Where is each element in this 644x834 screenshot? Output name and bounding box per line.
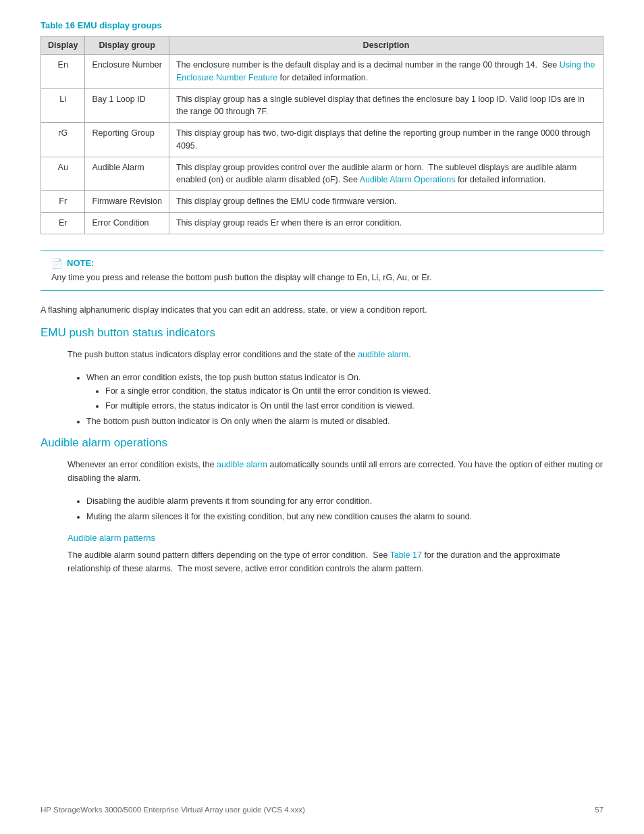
cell-desc-fr: This display group defines the EMU code … xyxy=(169,191,603,213)
cell-display-rg: rG xyxy=(41,123,85,157)
cell-group-rg: Reporting Group xyxy=(85,123,169,157)
note-text: Any time you press and release the botto… xyxy=(51,271,593,284)
list-item: The bottom push button indicator is On o… xyxy=(86,415,603,428)
cell-group-er: Error Condition xyxy=(85,212,169,234)
cell-display-li: Li xyxy=(41,88,85,123)
audible-patterns-subsection: Audible alarm patterns The audible alarm… xyxy=(68,533,603,575)
emu-display-groups-table: Display Display group Description En Enc… xyxy=(41,36,603,234)
cell-group-au: Audible Alarm xyxy=(85,157,169,191)
audible-bullet-list: Disabling the audible alarm prevents it … xyxy=(86,494,603,523)
table-section: Table 16 EMU display groups Display Disp… xyxy=(41,20,603,234)
cell-desc-li: This display group has a single sublevel… xyxy=(169,88,603,123)
list-item: Disabling the audible alarm prevents it … xyxy=(86,494,603,508)
paragraph-flashing-display: A flashing alphanumeric display indicate… xyxy=(41,303,603,317)
table-row: Er Error Condition This display group re… xyxy=(41,212,603,234)
col-header-display-group: Display group xyxy=(85,36,169,55)
table-row: Li Bay 1 Loop ID This display group has … xyxy=(41,88,603,123)
col-header-display: Display xyxy=(41,36,85,55)
table-row: Au Audible Alarm This display group prov… xyxy=(41,157,603,191)
audible-intro-paragraph: Whenever an error condition exists, the … xyxy=(68,458,603,485)
cell-group-fr: Firmware Revision xyxy=(85,191,169,213)
emu-intro-paragraph: The push button status indicators displa… xyxy=(68,348,603,361)
cell-display-er: Er xyxy=(41,212,85,234)
table-row: rG Reporting Group This display group ha… xyxy=(41,123,603,157)
footer-left: HP StorageWorks 3000/5000 Enterprise Vir… xyxy=(41,806,305,814)
emu-bullet-list: When an error condition exists, the top … xyxy=(86,371,603,428)
list-item: When an error condition exists, the top … xyxy=(86,371,603,413)
link-audible-alarm-emu[interactable]: audible alarm xyxy=(358,350,408,359)
cell-display-au: Au xyxy=(41,157,85,191)
cell-group-en: Enclosure Number xyxy=(85,55,169,89)
audible-section-heading: Audible alarm operations xyxy=(41,436,603,450)
audible-alarm-section: Audible alarm operations Whenever an err… xyxy=(41,436,603,575)
cell-desc-au: This display group provides control over… xyxy=(169,157,603,191)
link-audible-alarm-operations-table[interactable]: Audible Alarm Operations xyxy=(360,175,456,184)
note-label: 📄 NOTE: xyxy=(51,258,593,269)
link-audible-alarm-body[interactable]: audible alarm xyxy=(217,460,267,469)
note-label-text: NOTE: xyxy=(67,258,94,268)
note-box: 📄 NOTE: Any time you press and release t… xyxy=(41,251,603,292)
audible-patterns-heading: Audible alarm patterns xyxy=(68,533,603,543)
emu-intro-end: . xyxy=(408,350,410,359)
cell-group-li: Bay 1 Loop ID xyxy=(85,88,169,123)
link-enclosure-number-feature[interactable]: Using the Enclosure Number Feature xyxy=(176,60,595,82)
table-row: Fr Firmware Revision This display group … xyxy=(41,191,603,213)
footer-page-number: 57 xyxy=(595,806,603,814)
emu-intro-text: The push button status indicators displa… xyxy=(68,350,356,359)
list-item: Muting the alarm silences it for the exi… xyxy=(86,510,603,523)
cell-display-fr: Fr xyxy=(41,191,85,213)
col-header-description: Description xyxy=(169,36,603,55)
audible-patterns-paragraph: The audible alarm sound pattern differs … xyxy=(68,548,603,575)
list-item: For multiple errors, the status indicato… xyxy=(105,399,603,413)
cell-display-en: En xyxy=(41,55,85,89)
cell-desc-rg: This display group has two, two-digit di… xyxy=(169,123,603,157)
link-table17[interactable]: Table 17 xyxy=(390,550,422,560)
table-row: En Enclosure Number The enclosure number… xyxy=(41,55,603,89)
cell-desc-er: This display group reads Er when there i… xyxy=(169,212,603,234)
page-footer: HP StorageWorks 3000/5000 Enterprise Vir… xyxy=(0,806,644,814)
emu-section-heading: EMU push button status indicators xyxy=(41,326,603,340)
list-item: For a single error condition, the status… xyxy=(105,384,603,398)
emu-sub-bullet-list: For a single error condition, the status… xyxy=(105,384,603,413)
emu-push-button-section: EMU push button status indicators The pu… xyxy=(41,326,603,428)
table-title: Table 16 EMU display groups xyxy=(41,20,603,30)
cell-desc-en: The enclosure number is the default disp… xyxy=(169,55,603,89)
note-icon: 📄 xyxy=(51,258,63,269)
